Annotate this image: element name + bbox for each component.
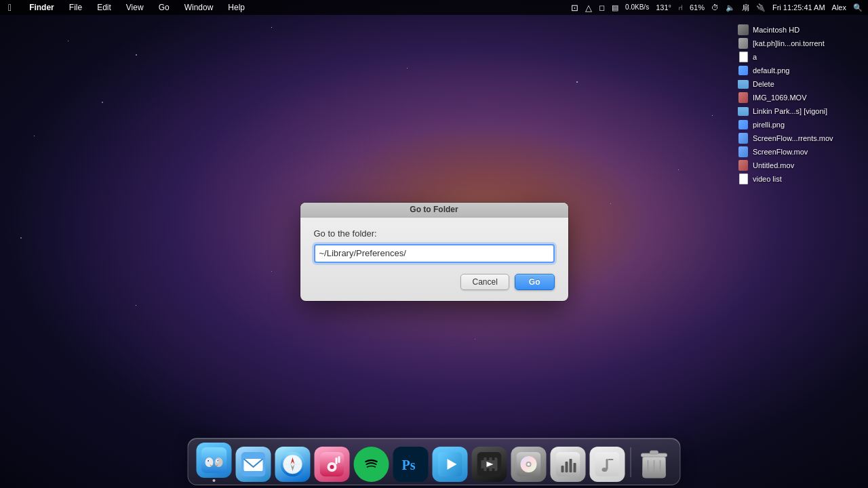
- menubar-time: Fri 11:25:41 AM: [772, 3, 825, 12]
- svg-rect-0: [201, 447, 227, 473]
- desktop-icon-video-list[interactable]: video list: [732, 172, 868, 186]
- desktop-icon-screenflow-torrents[interactable]: ScreenFlow...rrents.mov: [732, 131, 868, 145]
- menubar-temp: 131°: [656, 3, 671, 12]
- dock-item-finder[interactable]: [197, 443, 232, 482]
- window-menu[interactable]: Window: [182, 3, 216, 12]
- dock-item-itunes2[interactable]: [590, 447, 625, 482]
- desktop-icon-default-png[interactable]: default.png: [732, 64, 868, 77]
- svg-point-7: [217, 460, 218, 462]
- desktop-icon-pirelli[interactable]: pirelli.png: [732, 118, 868, 131]
- svg-rect-31: [487, 458, 490, 460]
- menubar-timemachine: ⏱: [711, 3, 719, 12]
- menubar-screenshot-icon: ⊡: [571, 3, 578, 13]
- svg-point-20: [330, 465, 334, 469]
- svg-rect-35: [492, 468, 495, 471]
- menubar:  Finder File Edit View Go Window Help ⊡…: [0, 0, 868, 15]
- svg-point-1: [205, 458, 214, 467]
- svg-point-2: [215, 458, 223, 467]
- desktop-icon-macintosh-hd[interactable]: Macintosh HD: [732, 23, 868, 37]
- svg-rect-42: [561, 466, 564, 472]
- svg-point-23: [359, 452, 384, 476]
- dock: Ps: [188, 438, 681, 485]
- svg-rect-32: [492, 458, 495, 460]
- desktop-icon-torrent[interactable]: [kat.ph]lin...oni.torrent: [732, 37, 868, 50]
- desktop-icon-a[interactable]: a: [732, 50, 868, 64]
- menubar-powersource: 🔌: [756, 3, 766, 12]
- dock-item-safari[interactable]: [275, 447, 311, 482]
- svg-rect-49: [608, 459, 614, 460]
- folder-path-input[interactable]: [314, 244, 555, 263]
- svg-rect-52: [650, 451, 658, 454]
- go-button[interactable]: Go: [515, 274, 555, 290]
- svg-point-8: [218, 460, 218, 461]
- menubar-battery-shape: ◻: [599, 3, 605, 12]
- menubar-bluetooth: ⑁: [678, 3, 683, 12]
- dock-item-fcp[interactable]: [472, 447, 507, 482]
- svg-rect-30: [481, 458, 484, 460]
- dock-item-dvd[interactable]: [511, 447, 547, 482]
- desktop-icons: Macintosh HD [kat.ph]lin...oni.torrent a…: [732, 20, 868, 188]
- dock-item-trash[interactable]: [637, 447, 672, 482]
- dialog-buttons: Cancel Go: [314, 274, 555, 290]
- svg-point-4: [208, 460, 209, 462]
- desktop-icon-img-mov[interactable]: IMG_1069.MOV: [732, 91, 868, 104]
- dock-separator: [631, 447, 631, 477]
- edit-menu[interactable]: Edit: [94, 3, 114, 12]
- goto-folder-dialog: Go to Folder Go to the folder: Cancel Go: [300, 203, 568, 301]
- menubar-upload-icon: △: [585, 3, 592, 13]
- svg-rect-22: [338, 456, 340, 463]
- svg-text:Ps: Ps: [402, 458, 416, 472]
- dialog-label: Go to the folder:: [314, 228, 555, 239]
- menubar-display-icon: ▤: [612, 3, 618, 12]
- svg-point-40: [528, 463, 530, 466]
- svg-rect-34: [487, 468, 490, 471]
- menubar-wifi: 扇: [742, 3, 749, 13]
- app-name[interactable]: Finder: [26, 3, 57, 12]
- dialog-title: Go to Folder: [410, 205, 458, 214]
- dialog-titlebar: Go to Folder: [300, 203, 568, 218]
- go-menu[interactable]: Go: [156, 3, 172, 12]
- desktop:  Finder File Edit View Go Window Help ⊡…: [0, 0, 868, 488]
- menubar-battery: 61%: [690, 3, 705, 12]
- file-menu[interactable]: File: [66, 3, 85, 12]
- menubar-volume: 🔈: [726, 3, 735, 12]
- dock-item-mail[interactable]: [236, 447, 271, 482]
- dock-dot-finder: [213, 479, 216, 482]
- menubar-search[interactable]: 🔍: [853, 3, 863, 12]
- dock-item-photoshop[interactable]: Ps: [393, 447, 429, 482]
- svg-rect-44: [570, 459, 572, 472]
- help-menu[interactable]: Help: [225, 3, 248, 12]
- dialog-input-container: [314, 244, 555, 263]
- view-menu[interactable]: View: [123, 3, 146, 12]
- cancel-button[interactable]: Cancel: [460, 274, 509, 290]
- dock-item-spotify[interactable]: [354, 447, 389, 482]
- svg-rect-21: [336, 458, 338, 464]
- desktop-icon-untitled-mov[interactable]: Untitled.mov: [732, 159, 868, 172]
- dock-item-itunes[interactable]: [315, 447, 350, 482]
- svg-rect-33: [481, 468, 484, 471]
- dock-item-audiomidi[interactable]: [551, 447, 586, 482]
- dock-item-screenflow[interactable]: [433, 447, 468, 482]
- desktop-icon-linkin[interactable]: Linkin Park...s] [vigoni]: [732, 104, 868, 118]
- menubar-user: Alex: [832, 3, 846, 12]
- svg-point-48: [602, 468, 608, 472]
- desktop-icon-delete[interactable]: Delete: [732, 77, 868, 91]
- svg-rect-43: [566, 462, 568, 472]
- svg-rect-47: [606, 459, 608, 470]
- apple-menu[interactable]: : [5, 2, 14, 13]
- svg-rect-45: [574, 463, 576, 472]
- svg-point-5: [208, 460, 209, 461]
- desktop-icon-screenflow-mov[interactable]: ScreenFlow.mov: [732, 145, 868, 159]
- menubar-network-speed: 0.0KB/s: [625, 4, 649, 11]
